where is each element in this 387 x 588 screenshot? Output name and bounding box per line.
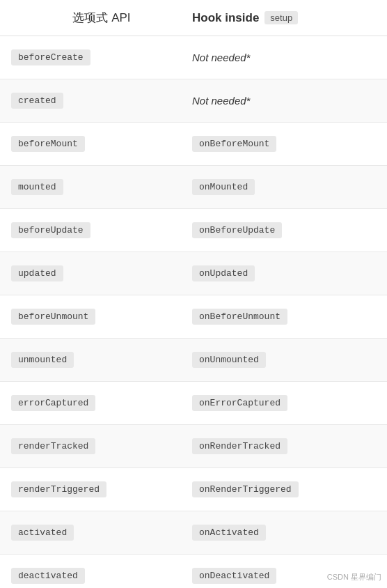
hook-inside-value: Not needed*	[192, 52, 250, 63]
hook-inside-cell: onBeforeUnmount	[181, 300, 387, 333]
table-row: mountedonMounted	[0, 166, 387, 209]
hook-inside-value: onBeforeUnmount	[192, 309, 287, 325]
hook-inside-header: Hook inside setup	[192, 11, 376, 25]
table-row: errorCapturedonErrorCaptured	[0, 382, 387, 425]
table-row: beforeUpdateonBeforeUpdate	[0, 209, 387, 252]
hook-inside-value: onUpdated	[192, 265, 255, 281]
options-api-cell: renderTriggered	[0, 473, 181, 506]
options-api-label: 选项式 API	[72, 11, 130, 24]
table-row: beforeCreateNot needed*	[0, 36, 387, 79]
options-api-value: beforeMount	[11, 136, 85, 152]
hook-inside-value: onErrorCaptured	[192, 395, 287, 411]
options-api-value: mounted	[11, 179, 63, 195]
hook-inside-cell: onBeforeUpdate	[181, 214, 387, 247]
table-row: renderTriggeredonRenderTriggered	[0, 468, 387, 511]
table-header: 选项式 API Hook inside setup	[0, 0, 387, 36]
setup-badge: setup	[264, 11, 298, 24]
options-api-cell: deactivated	[0, 559, 181, 588]
table-body: beforeCreateNot needed*createdNot needed…	[0, 36, 387, 588]
lifecycle-table: 选项式 API Hook inside setup beforeCreateNo…	[0, 0, 387, 588]
options-api-cell: mounted	[0, 171, 181, 203]
hook-inside-cell: onRenderTracked	[181, 430, 387, 463]
options-api-value: deactivated	[11, 568, 85, 584]
table-row: beforeMountonBeforeMount	[0, 123, 387, 166]
table-row: unmountedonUnmounted	[0, 339, 387, 382]
options-api-value: renderTriggered	[11, 481, 106, 497]
hook-inside-label: Hook inside	[192, 11, 259, 25]
options-api-cell: created	[0, 84, 181, 117]
hook-inside-value: onRenderTracked	[192, 438, 287, 454]
options-api-cell: unmounted	[0, 343, 181, 376]
options-api-header: 选项式 API	[11, 10, 192, 26]
hook-inside-cell: Not needed*	[181, 43, 387, 72]
table-row: deactivatedonDeactivated	[0, 555, 387, 588]
hook-inside-value: onDeactivated	[192, 568, 276, 584]
watermark: CSDN 星界编门	[327, 572, 381, 582]
hook-inside-value: onActivated	[192, 525, 266, 541]
options-api-value: unmounted	[11, 352, 74, 368]
table-row: beforeUnmountonBeforeUnmount	[0, 295, 387, 339]
hook-inside-value: onRenderTriggered	[192, 481, 299, 497]
options-api-cell: beforeMount	[0, 127, 181, 160]
options-api-value: beforeUpdate	[11, 222, 90, 238]
hook-inside-cell: onActivated	[181, 516, 387, 549]
table-row: updatedonUpdated	[0, 252, 387, 295]
options-api-value: beforeUnmount	[11, 309, 95, 325]
table-row: renderTrackedonRenderTracked	[0, 425, 387, 468]
options-api-value: errorCaptured	[11, 395, 95, 411]
options-api-cell: beforeCreate	[0, 41, 181, 74]
hook-inside-value: Not needed*	[192, 95, 250, 107]
options-api-cell: errorCaptured	[0, 387, 181, 419]
hook-inside-value: onBeforeMount	[192, 136, 276, 152]
table-row: createdNot needed*	[0, 79, 387, 123]
options-api-value: beforeCreate	[11, 49, 90, 65]
options-api-cell: activated	[0, 516, 181, 549]
options-api-value: updated	[11, 265, 63, 281]
hook-inside-cell: Not needed*	[181, 86, 387, 115]
options-api-cell: updated	[0, 257, 181, 290]
hook-inside-value: onMounted	[192, 179, 255, 195]
hook-inside-cell: onUnmounted	[181, 343, 387, 376]
hook-inside-value: onUnmounted	[192, 352, 266, 368]
hook-inside-cell: onMounted	[181, 171, 387, 203]
hook-inside-value: onBeforeUpdate	[192, 222, 282, 238]
options-api-cell: beforeUnmount	[0, 300, 181, 333]
table-row: activatedonActivated	[0, 511, 387, 555]
hook-inside-cell: onBeforeMount	[181, 127, 387, 160]
hook-inside-cell: onErrorCaptured	[181, 387, 387, 419]
options-api-value: activated	[11, 525, 74, 541]
options-api-value: renderTracked	[11, 438, 95, 454]
hook-inside-cell: onRenderTriggered	[181, 473, 387, 506]
options-api-cell: renderTracked	[0, 430, 181, 463]
options-api-cell: beforeUpdate	[0, 214, 181, 247]
hook-inside-cell: onUpdated	[181, 257, 387, 290]
options-api-value: created	[11, 93, 63, 109]
